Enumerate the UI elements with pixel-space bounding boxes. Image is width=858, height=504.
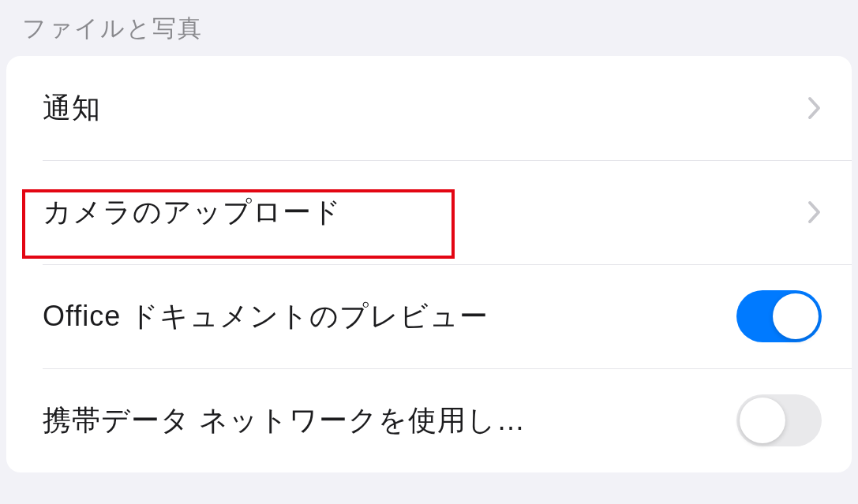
chevron-right-icon: [807, 200, 822, 224]
row-camera-upload[interactable]: カメラのアップロード: [6, 160, 852, 264]
row-notifications-label: 通知: [43, 89, 792, 128]
chevron-right-icon: [807, 96, 822, 120]
row-cellular-data: 携帯データ ネットワークを使用し…: [6, 368, 852, 472]
row-notifications[interactable]: 通知: [6, 56, 852, 160]
section-header-files-photos: ファイルと写真: [0, 0, 858, 56]
settings-group: 通知 カメラのアップロード Office ドキュメントのプレビュー 携帯データ …: [6, 56, 852, 472]
row-office-preview-label: Office ドキュメントのプレビュー: [43, 297, 721, 336]
row-office-preview: Office ドキュメントのプレビュー: [6, 264, 852, 368]
row-cellular-data-label: 携帯データ ネットワークを使用し…: [43, 401, 721, 440]
row-camera-upload-label: カメラのアップロード: [43, 193, 792, 232]
toggle-office-preview[interactable]: [736, 290, 822, 342]
toggle-knob: [740, 398, 785, 443]
toggle-knob: [773, 293, 819, 339]
toggle-cellular-data[interactable]: [736, 394, 822, 446]
